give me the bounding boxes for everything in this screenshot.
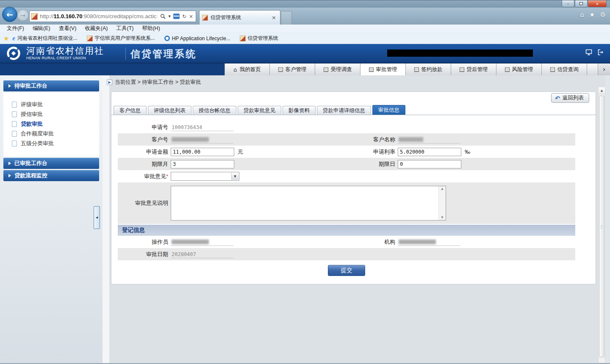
- minimize-button[interactable]: –: [562, 0, 574, 7]
- return-to-list-button[interactable]: ↶ 返回列表: [551, 93, 589, 103]
- scrollbar-grip: [601, 225, 603, 228]
- apply-rate-input[interactable]: [398, 148, 461, 156]
- sidebar-section-approved[interactable]: 已审批工作台: [3, 158, 99, 169]
- page-favicon: [31, 13, 38, 20]
- document-icon: [12, 102, 17, 108]
- sidebar-item-five-level-approval[interactable]: 五级分类审批: [3, 138, 99, 148]
- restore-button[interactable]: [575, 0, 588, 7]
- browser-tab[interactable]: 信贷管理系统 ×: [199, 10, 280, 25]
- apply-amount-input[interactable]: [171, 148, 234, 156]
- logout-icon[interactable]: [597, 49, 604, 57]
- row-apply-no: 申请号 1000736434: [118, 121, 575, 133]
- sidebar-section-loan-process-monitor[interactable]: 贷款流程监控: [3, 170, 99, 181]
- menu-view[interactable]: 查看(V): [55, 24, 81, 33]
- return-to-list-label: 返回列表: [563, 94, 584, 102]
- home-icon: ⌂: [233, 67, 237, 72]
- breadcrumb: ▶ 当前位置 > 待审批工作台 > 贷款审批: [107, 79, 610, 85]
- tab-close-icon[interactable]: ×: [270, 14, 277, 21]
- term-day-input[interactable]: [398, 160, 461, 168]
- sidebar-item-loan-approval[interactable]: 贷款审批: [3, 119, 99, 129]
- main-area: 待审批工作台 评级审批 授信审批 贷款审批 合作额度审批 五级分类审批 已审批工…: [0, 75, 610, 364]
- nav-tab-credit-query[interactable]: 信贷查询: [542, 63, 587, 75]
- ie-icon: e: [12, 35, 15, 42]
- required-asterisk: *: [166, 174, 168, 179]
- operator-value: [171, 238, 233, 246]
- favorite-label: 河南省农村信用社票据业...: [17, 35, 78, 42]
- sidebar-section-pending-approval[interactable]: 待审批工作台: [3, 80, 99, 91]
- menu-file[interactable]: 文件(F): [3, 24, 28, 33]
- nav-tab-label: 审批管理: [376, 66, 397, 73]
- nav-tab-signing-loan[interactable]: 签约放款: [406, 63, 451, 75]
- page-scrollbar[interactable]: ▲: [598, 87, 605, 363]
- sidebar-collapse-handle[interactable]: ◀: [94, 206, 100, 229]
- loan-approval-card: ↶ 返回列表 客户信息 评级信息列表 授信台帐信息 贷款审批意见 影像资料 贷款…: [111, 91, 596, 284]
- add-favorite-star-icon[interactable]: ★: [3, 35, 9, 42]
- refresh-icon[interactable]: ↻: [182, 14, 186, 19]
- nav-tab-risk-mgmt[interactable]: 风险管理: [496, 63, 542, 75]
- menu-tools[interactable]: 工具(T): [112, 24, 138, 33]
- opinion-desc-textarea[interactable]: [171, 186, 446, 221]
- tab-loan-approval-opinion[interactable]: 贷款审批意见: [238, 106, 281, 115]
- new-tab-button[interactable]: [281, 11, 292, 25]
- row-approval-date: 审批日期 20280407: [118, 248, 575, 260]
- tab-image-material[interactable]: 影像资料: [283, 106, 316, 115]
- nav-tab-acceptance-survey[interactable]: 受理调查: [315, 63, 360, 75]
- nav-tab-label: 客户管理: [286, 66, 307, 73]
- nav-tab-home[interactable]: ⌂我的首页: [225, 63, 270, 75]
- favorite-item-4[interactable]: 信贷管理系统: [240, 35, 278, 42]
- tab-customer-info[interactable]: 客户信息: [114, 106, 147, 115]
- sidebar-item-cooperation-quota-approval[interactable]: 合作额度审批: [3, 129, 99, 138]
- sidebar-item-label: 贷款审批: [21, 120, 43, 128]
- nav-tab-label: 我的首页: [240, 66, 261, 73]
- module-icon: [278, 67, 283, 72]
- org-value: [398, 238, 460, 246]
- tab-approval-info[interactable]: 审批信息: [372, 105, 405, 115]
- term-month-label: 期限月: [118, 160, 171, 168]
- forward-button[interactable]: →: [17, 9, 29, 21]
- menu-edit[interactable]: 编辑(E): [28, 24, 55, 33]
- compatibility-view-icon[interactable]: [173, 14, 180, 19]
- submit-button[interactable]: 提交: [328, 265, 365, 276]
- address-dropdown-icon[interactable]: ▼: [168, 15, 170, 18]
- home-icon[interactable]: ⌂: [580, 11, 585, 19]
- sidebar-item-credit-approval[interactable]: 授信审批: [3, 109, 99, 119]
- content-area: ▶ 当前位置 > 待审批工作台 > 贷款审批 ↶ 返回列表 客户信息 评级信息列…: [103, 75, 610, 364]
- scroll-down-icon[interactable]: ▼: [441, 216, 443, 219]
- nav-tab-customer-mgmt[interactable]: 客户管理: [270, 63, 315, 75]
- favorite-item-2[interactable]: 宇信班克用户管理系统系...: [87, 35, 155, 42]
- menu-favorites[interactable]: 收藏夹(A): [80, 24, 112, 33]
- favorites-star-icon[interactable]: ★: [589, 11, 595, 19]
- menu-help[interactable]: 帮助(H): [138, 24, 164, 33]
- term-month-input[interactable]: [171, 160, 234, 168]
- row-approval-opinion: 审批意见* ▼: [118, 170, 575, 182]
- search-icon[interactable]: [160, 14, 166, 19]
- org-name-en: HENAN RURAL CREDIT UNION: [26, 56, 104, 60]
- section-arrow-icon: [8, 162, 11, 165]
- favorite-item-3[interactable]: HP Application Lifecycle...: [164, 36, 230, 41]
- scroll-up-icon[interactable]: ▲: [441, 187, 443, 190]
- url-text[interactable]: http://11.0.160.70:9080/cms/creditapp/cm…: [40, 13, 157, 19]
- favorite-item-1[interactable]: e河南省农村信用社票据业...: [12, 35, 77, 42]
- nav-overflow-chevron-icon[interactable]: ›: [598, 63, 610, 75]
- favorites-bar: ★ e河南省农村信用社票据业... 宇信班克用户管理系统系... HP Appl…: [0, 33, 610, 44]
- apply-no-label: 申请号: [118, 124, 171, 131]
- monitor-icon[interactable]: [585, 49, 592, 57]
- back-button[interactable]: ←: [2, 7, 17, 22]
- nav-tab-label: 受理调查: [331, 66, 352, 73]
- tab-loan-application-detail[interactable]: 贷款申请详细信息: [317, 106, 371, 115]
- tab-rating-info-list[interactable]: 评级信息列表: [148, 106, 191, 115]
- tab-credit-ledger-info[interactable]: 授信台帐信息: [193, 106, 236, 115]
- approval-opinion-select[interactable]: ▼: [171, 172, 239, 181]
- scrollbar-up-icon[interactable]: ▲: [599, 87, 605, 94]
- settings-gear-icon[interactable]: ⚙: [600, 11, 606, 19]
- nav-tab-post-loan-mgmt[interactable]: 贷后管理: [451, 63, 496, 75]
- textarea-scrollbar[interactable]: ▲▼: [438, 186, 446, 220]
- scrollbar-thumb[interactable]: [599, 96, 604, 357]
- section-title: 贷款流程监控: [14, 172, 47, 179]
- stop-icon[interactable]: ×: [189, 14, 193, 19]
- sidebar-item-rating-approval[interactable]: 评级审批: [3, 99, 99, 109]
- document-icon: [12, 141, 17, 146]
- close-window-button[interactable]: ×: [588, 0, 607, 7]
- nav-tab-approval-mgmt[interactable]: 审批管理: [360, 63, 406, 75]
- address-bar[interactable]: http://11.0.160.70:9080/cms/creditapp/cm…: [29, 11, 196, 22]
